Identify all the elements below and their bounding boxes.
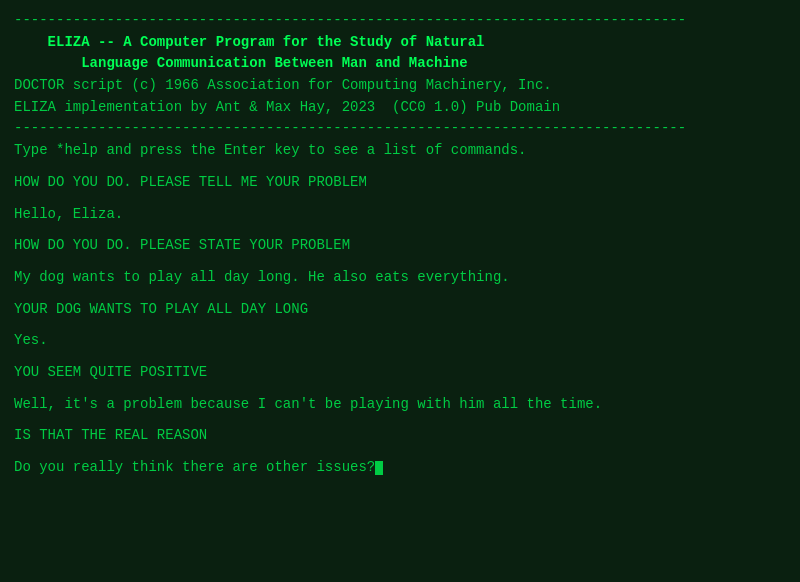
doctor-line: DOCTOR script (c) 1966 Association for C…	[14, 75, 786, 97]
line-spacer	[14, 447, 786, 457]
eliza-response: IS THAT THE REAL REASON	[14, 425, 786, 447]
separator-top: ----------------------------------------…	[14, 10, 786, 32]
line-spacer	[14, 352, 786, 362]
line-spacer	[14, 289, 786, 299]
eliza-response: YOUR DOG WANTS TO PLAY ALL DAY LONG	[14, 299, 786, 321]
user-input: Yes.	[14, 330, 786, 352]
help-line: Type *help and press the Enter key to se…	[14, 140, 786, 162]
line-spacer	[14, 384, 786, 394]
impl-line: ELIZA implementation by Ant & Max Hay, 2…	[14, 97, 786, 119]
line-spacer	[14, 479, 786, 489]
eliza-response: HOW DO YOU DO. PLEASE STATE YOUR PROBLEM	[14, 235, 786, 257]
line-spacer	[14, 225, 786, 235]
eliza-response: HOW DO YOU DO. PLEASE TELL ME YOUR PROBL…	[14, 172, 786, 194]
user-input: My dog wants to play all day long. He al…	[14, 267, 786, 289]
terminal-window: ----------------------------------------…	[0, 0, 800, 582]
separator-bottom: ----------------------------------------…	[14, 118, 786, 140]
line-spacer	[14, 415, 786, 425]
eliza-response: YOU SEEM QUITE POSITIVE	[14, 362, 786, 384]
user-input: Hello, Eliza.	[14, 204, 786, 226]
title-line-2: Language Communication Between Man and M…	[14, 53, 786, 75]
user-input: Well, it's a problem because I can't be …	[14, 394, 786, 416]
title-line-1: ELIZA -- A Computer Program for the Stud…	[14, 32, 786, 54]
conversation-area: HOW DO YOU DO. PLEASE TELL ME YOUR PROBL…	[14, 172, 786, 489]
line-spacer	[14, 257, 786, 267]
cursor	[375, 461, 383, 475]
line-spacer	[14, 194, 786, 204]
user-input: Do you really think there are other issu…	[14, 457, 786, 479]
line-spacer	[14, 320, 786, 330]
